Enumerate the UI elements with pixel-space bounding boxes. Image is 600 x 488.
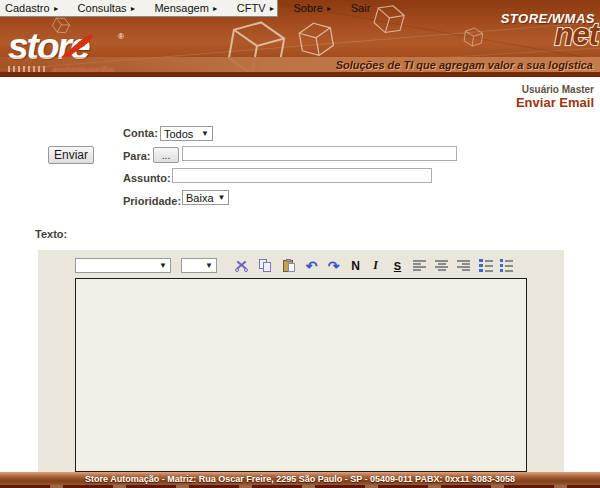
conta-select-value: Todos — [164, 128, 193, 140]
submenu-arrow-icon: ► — [53, 5, 60, 12]
menu-item-cftv[interactable]: CFTV ► — [237, 2, 276, 14]
richtext-editor: ▼ ▼ ↶ ↷ N I S — [38, 250, 564, 472]
main-menubar: Cadastro ► Consultas ► Mensagem ► CFTV ►… — [0, 0, 278, 17]
ordered-list-icon-shape — [479, 259, 493, 272]
align-right-icon-shape — [457, 260, 470, 271]
chevron-down-icon: ▼ — [201, 129, 209, 138]
para-input[interactable] — [182, 146, 457, 161]
undo-icon[interactable]: ↶ — [303, 257, 320, 274]
cut-icon[interactable] — [233, 257, 250, 274]
prioridade-label: Prioridade: — [123, 195, 181, 207]
editor-body[interactable] — [75, 278, 527, 472]
menu-item-consultas[interactable]: Consultas ► — [78, 2, 137, 14]
submenu-arrow-icon: ► — [326, 5, 333, 12]
menu-item-label: Sair — [351, 2, 371, 14]
bold-icon[interactable]: N — [347, 257, 364, 274]
unordered-list-icon-shape — [500, 259, 513, 272]
menu-item-label: Cadastro — [5, 2, 50, 14]
para-label: Para: — [123, 150, 151, 162]
menu-item-cadastro[interactable]: Cadastro ► — [5, 2, 60, 14]
editor-style-select[interactable]: ▼ — [75, 258, 171, 273]
tagline-strip: Soluções de TI que agregam valor a sua l… — [0, 57, 600, 72]
texto-label: Texto: — [35, 228, 67, 240]
menu-item-sair[interactable]: Sair — [351, 2, 371, 14]
footer-bar: Store Automação - Matriz: Rua Oscar Frei… — [0, 472, 600, 485]
ordered-list-icon[interactable] — [477, 257, 494, 274]
recipient-lookup-button[interactable]: ... — [153, 147, 179, 163]
send-button[interactable]: Enviar — [48, 146, 94, 164]
copy-icon[interactable] — [257, 257, 274, 274]
redo-icon[interactable]: ↷ — [325, 257, 342, 274]
prioridade-select-value: Baixa — [186, 192, 214, 204]
conta-label: Conta: — [123, 127, 158, 139]
align-center-icon-shape — [435, 260, 448, 271]
submenu-arrow-icon: ► — [130, 5, 137, 12]
conta-select[interactable]: Todos ▼ — [160, 126, 213, 141]
underline-icon[interactable]: S — [389, 257, 406, 274]
chevron-down-icon: ▼ — [218, 193, 226, 202]
copy-icon-shape — [259, 259, 272, 272]
assunto-label: Assunto: — [123, 172, 171, 184]
menu-item-label: Consultas — [78, 2, 127, 14]
menu-item-label: CFTV — [237, 2, 266, 14]
unordered-list-icon[interactable] — [498, 257, 515, 274]
footer-text: Store Automação - Matriz: Rua Oscar Frei… — [85, 474, 515, 484]
chevron-down-icon: ▼ — [205, 261, 213, 270]
align-left-icon[interactable] — [411, 257, 428, 274]
paste-icon[interactable] — [281, 257, 298, 274]
align-right-icon[interactable] — [455, 257, 472, 274]
product-name-net: net — [555, 20, 599, 50]
page-title: Enviar Email — [516, 95, 594, 110]
chevron-down-icon: ▼ — [159, 261, 167, 270]
tagline-text: Soluções de TI que agregam valor a sua l… — [336, 59, 593, 71]
italic-icon[interactable]: I — [367, 257, 384, 274]
align-center-icon[interactable] — [433, 257, 450, 274]
menu-item-sobre[interactable]: Sobre ► — [293, 2, 332, 14]
editor-size-select[interactable]: ▼ — [181, 258, 217, 273]
align-left-icon-shape — [413, 260, 426, 271]
paste-icon-shape — [283, 259, 296, 272]
cut-icon-shape — [235, 259, 248, 272]
submenu-arrow-icon: ► — [212, 5, 219, 12]
submenu-arrow-icon: ► — [269, 5, 276, 12]
menu-item-label: Mensagem — [154, 2, 208, 14]
prioridade-select[interactable]: Baixa ▼ — [182, 190, 229, 205]
banner-bottom-border — [0, 72, 600, 77]
menu-item-label: Sobre — [293, 2, 322, 14]
assunto-input[interactable] — [172, 168, 432, 183]
logged-user-label: Usuário Master — [522, 84, 594, 95]
registered-mark-icon: ® — [118, 32, 124, 41]
menu-item-mensagem[interactable]: Mensagem ► — [154, 2, 218, 14]
